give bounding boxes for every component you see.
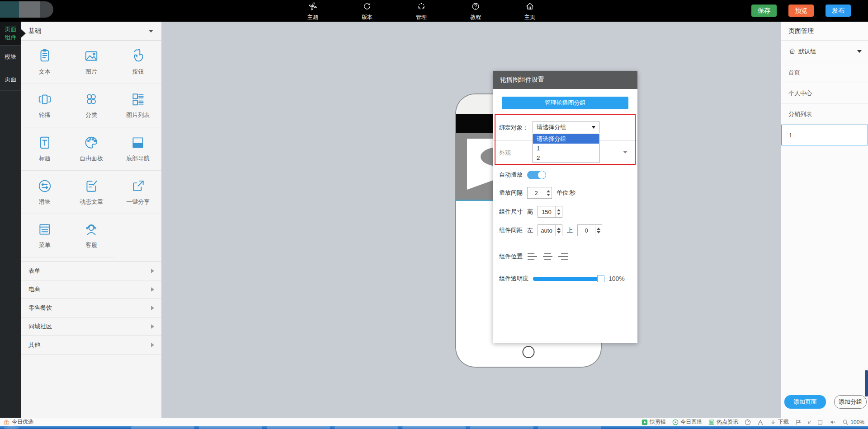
phone-home-button xyxy=(523,346,535,358)
download-tool[interactable]: 下载 xyxy=(770,418,789,426)
nav-manage[interactable]: 管理 xyxy=(409,1,434,21)
bind-target-select[interactable]: 请选择分组 xyxy=(533,121,599,133)
spacing-row: 组件间距 左 上 xyxy=(493,221,637,240)
page-group-name: 默认组 xyxy=(798,47,816,56)
height-input[interactable] xyxy=(538,206,555,217)
preview-button[interactable]: 预览 xyxy=(788,5,814,17)
component-group-header[interactable]: 基础 xyxy=(21,22,161,41)
component-item-image-list[interactable]: 图片列表 xyxy=(115,84,161,127)
align-center-icon[interactable] xyxy=(542,252,553,261)
title-icon xyxy=(37,135,52,150)
component-item-carousel[interactable]: 轮播 xyxy=(21,84,68,127)
component-item-title[interactable]: 标题 xyxy=(21,127,68,171)
page-item-selected[interactable]: 1 xyxy=(781,125,868,145)
component-item-free-panel[interactable]: 自由面板 xyxy=(68,127,114,171)
page-zoom-tool[interactable]: 100% xyxy=(842,419,864,425)
component-sections: 表单 电商 零售餐饮 同城社区 其他 xyxy=(21,261,161,354)
manage-carousel-groups-button[interactable]: 管理轮播图分组 xyxy=(502,97,628,109)
page-manager-buttons: 添加页面 添加分组 xyxy=(781,395,868,409)
opacity-value: 100% xyxy=(609,275,625,282)
spin-down-icon xyxy=(597,231,600,233)
component-item-image[interactable]: 图片 xyxy=(68,41,114,84)
autoplay-toggle[interactable] xyxy=(527,171,546,179)
align-right-icon[interactable] xyxy=(558,252,569,261)
margin-top-spin-buttons[interactable] xyxy=(595,225,602,236)
opacity-slider-handle[interactable] xyxy=(597,275,604,282)
component-item-customer-service[interactable]: 客服 xyxy=(68,214,114,257)
margin-top-input[interactable] xyxy=(578,225,595,236)
restore-window-tool[interactable] xyxy=(817,419,823,425)
dropdown-option-placeholder[interactable]: 请选择分组 xyxy=(533,134,599,144)
section-others[interactable]: 其他 xyxy=(21,336,161,354)
component-item-slider[interactable]: 滑块 xyxy=(21,171,68,214)
page-scrollbar-thumb[interactable] xyxy=(865,370,868,396)
component-item-text[interactable]: 文本 xyxy=(21,41,68,84)
page-group-selector[interactable]: 默认组 xyxy=(781,41,868,62)
hot-news-tool[interactable]: 热点资讯 xyxy=(708,418,738,426)
interval-input[interactable] xyxy=(528,187,545,198)
page-item-home[interactable]: 首页 xyxy=(781,62,868,83)
dropdown-option-2[interactable]: 2 xyxy=(533,153,599,163)
section-local-community[interactable]: 同城社区 xyxy=(21,317,161,336)
add-page-button[interactable]: 添加页面 xyxy=(784,395,826,409)
share-icon xyxy=(130,178,146,194)
speed-tool[interactable] xyxy=(745,419,751,425)
save-button[interactable]: 保存 xyxy=(751,5,777,17)
ie-mode-tool[interactable]: e xyxy=(808,419,811,426)
editor-canvas[interactable]: 1 xyxy=(162,22,781,418)
manage-icon xyxy=(416,1,426,13)
spin-up-icon xyxy=(557,209,561,211)
spacing-left-label: 左 xyxy=(527,226,533,234)
live-icon xyxy=(672,419,679,425)
height-spin-buttons[interactable] xyxy=(555,206,562,217)
daily-picks-label: 今日优选 xyxy=(12,418,33,426)
carousel-icon xyxy=(37,92,52,107)
version-refresh-icon xyxy=(362,1,372,13)
page-item-profile[interactable]: 个人中心 xyxy=(781,83,868,104)
spin-up-icon xyxy=(557,228,561,230)
rail-tab-pages[interactable]: 页面 xyxy=(0,68,21,91)
interval-spin-buttons[interactable] xyxy=(545,187,552,198)
component-item-bottom-nav[interactable]: 底部导航 xyxy=(115,127,161,171)
margin-left-input[interactable] xyxy=(538,225,555,236)
chevron-right-icon xyxy=(151,324,154,329)
spin-down-icon xyxy=(557,213,561,215)
component-item-category[interactable]: 分类 xyxy=(68,84,114,127)
nav-theme[interactable]: 主题 xyxy=(301,1,325,21)
page-item-distribution[interactable]: 分销列表 xyxy=(781,104,868,125)
live-today-tool[interactable]: 今日直播 xyxy=(672,418,702,426)
nav-version[interactable]: 版本 xyxy=(355,1,379,21)
margin-left-spin-buttons[interactable] xyxy=(555,225,562,236)
position-row: 组件位置 xyxy=(493,248,637,265)
dropdown-option-1[interactable]: 1 xyxy=(533,144,599,153)
status-bar-tools: 快剪辑 今日直播 热点资讯 下载 e xyxy=(642,418,864,426)
toggle-knob xyxy=(538,171,546,179)
windows-taskbar[interactable] xyxy=(0,426,868,429)
publish-button[interactable]: 发布 xyxy=(826,5,851,17)
nav-tutorial[interactable]: 教程 xyxy=(463,1,488,21)
bind-target-value: 请选择分组 xyxy=(537,123,566,131)
section-forms[interactable]: 表单 xyxy=(21,262,161,280)
report-tool[interactable] xyxy=(795,419,802,425)
game-accelerator-tool[interactable] xyxy=(757,419,764,425)
size-label: 组件尺寸 xyxy=(499,208,523,216)
component-item-menu[interactable]: 菜单 xyxy=(21,214,68,257)
rail-tab-modules[interactable]: 模块 xyxy=(0,46,21,68)
opacity-slider[interactable] xyxy=(533,277,603,281)
section-retail-food[interactable]: 零售餐饮 xyxy=(21,299,161,317)
nav-homepage[interactable]: 主页 xyxy=(518,1,542,21)
align-left-icon[interactable] xyxy=(527,252,538,261)
rail-tab-page-components[interactable]: 页面组件 xyxy=(0,22,21,46)
quick-clip-tool[interactable]: 快剪辑 xyxy=(642,418,666,426)
appearance-label: 外观 xyxy=(499,149,511,157)
component-item-button[interactable]: 按钮 xyxy=(115,41,161,84)
chevron-down-icon xyxy=(857,50,862,53)
component-item-share[interactable]: 一键分享 xyxy=(115,171,161,214)
sound-tool[interactable] xyxy=(830,419,836,425)
bottom-nav-icon xyxy=(130,135,146,150)
section-ecommerce[interactable]: 电商 xyxy=(21,280,161,299)
home-icon xyxy=(788,47,796,55)
daily-picks-link[interactable]: 今日优选 xyxy=(4,418,33,426)
component-item-dynamic-article[interactable]: 动态文章 xyxy=(68,171,114,214)
add-group-button[interactable]: 添加分组 xyxy=(834,395,867,409)
